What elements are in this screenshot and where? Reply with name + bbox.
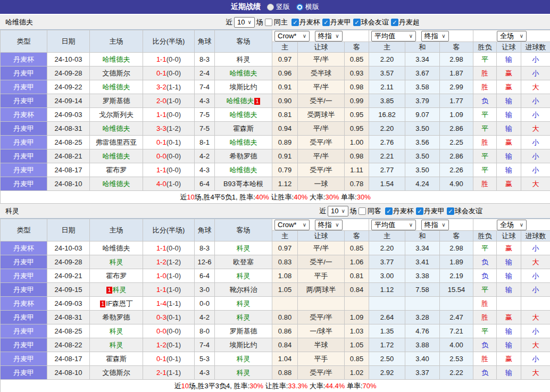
matches-count-select[interactable]: 10 ∨: [328, 206, 348, 216]
team-name-text: 哈维德夫: [103, 83, 130, 91]
halftime-score: (0-0): [166, 69, 181, 77]
scope-select[interactable]: 全场∨: [497, 220, 527, 230]
home-team-cell: 哈维德夫: [90, 241, 143, 255]
league-cell: 丹麦甲: [1, 338, 47, 352]
scope-select[interactable]: 全场∨: [497, 31, 527, 41]
league-checkbox[interactable]: ✓: [416, 207, 423, 215]
result-goals-cell: 小: [521, 241, 550, 255]
league-cell: 丹麦甲: [1, 255, 47, 269]
avg-away-odds-cell: 2.26: [440, 163, 473, 177]
avg-away-odds-cell: 2.86: [440, 122, 473, 136]
same-side-checkbox[interactable]: [265, 19, 272, 26]
crow-away-odds-cell: 0.85: [345, 241, 369, 255]
final-odds-select-2[interactable]: 终指∨: [421, 220, 449, 230]
scope-select-value: 全场: [500, 31, 514, 41]
league-cell: 丹麦甲: [1, 311, 47, 324]
avg-away-odds-cell: 15.54: [440, 283, 473, 297]
radio-vertical-layout[interactable]: [267, 4, 274, 11]
crow-away-odds-cell: 0.93: [345, 66, 369, 80]
final-odds-select[interactable]: 终指∨: [315, 220, 343, 230]
result-handicap-cell: 赢: [497, 136, 521, 149]
score-cell: 0-0(0-0): [143, 149, 195, 163]
fulltime-score: 0-3: [156, 313, 166, 321]
league-checkbox[interactable]: ✓: [322, 19, 330, 26]
fulltime-score: 1-1: [156, 111, 166, 119]
avg-draw-odds-cell: 3.56: [405, 136, 440, 149]
results-table: 类型 日期 主场 比分(半场) 角球 客场 Crow*∨ 终指∨ 平均值∨ 终指…: [0, 219, 550, 392]
avg-home-odds-cell: 2.92: [369, 366, 405, 380]
result-wdl-cell: 平: [473, 108, 497, 122]
summary-row: 近10场,胜3平3负4, 胜率:30% 让胜率:33.3% 大率:44.4% 单…: [1, 380, 550, 392]
crow-away-odds-cell: 0.98: [345, 149, 369, 163]
home-team-cell: 霍森斯: [90, 352, 143, 366]
halftime-score: (0-0): [166, 111, 181, 119]
games-label: 场: [256, 18, 263, 27]
dropdown-chevron-icon: ∨: [409, 222, 413, 228]
score-cell: 1-1(0-0): [143, 53, 195, 66]
home-team-cell: 科灵: [90, 324, 143, 338]
team-name-text: B93哥本哈根: [223, 180, 263, 188]
match-row: 丹麦甲24-08-17霍布罗1-1(0-0)4-3哈维德夫0.79受平/半1.1…: [1, 163, 550, 177]
avg-draw-odds-cell: 3.37: [405, 366, 440, 380]
halftime-score: (0-0): [166, 244, 181, 252]
average-odds-select[interactable]: 平均值∨: [371, 31, 416, 41]
crow-home-odds-cell: 0.83: [272, 255, 298, 269]
away-team-cell: 哈维德夫: [215, 66, 272, 80]
halftime-score: (0-1): [166, 341, 181, 349]
col-header-avg-draw: 和: [405, 42, 440, 53]
team-name-text: 戈尔斯列夫: [99, 111, 134, 119]
final-odds-select[interactable]: 终指∨: [315, 31, 343, 41]
col-header-avg-home: 主: [369, 42, 405, 53]
crow-handicap-cell: 受平/半: [298, 163, 345, 177]
same-side-checkbox[interactable]: [359, 207, 366, 215]
layout-radio-group: 横版: [296, 2, 319, 12]
league-cell: 丹麦甲: [1, 149, 47, 163]
league-checkbox[interactable]: ✓: [385, 207, 393, 215]
match-row: 丹麦甲24-09-28科灵1-2(1-2)12-6欧登塞0.83受半/一1.06…: [1, 255, 550, 269]
matches-count-select[interactable]: 10 ∨: [234, 17, 255, 28]
avg-away-odds-cell: 1.09: [440, 108, 473, 122]
league-checkbox[interactable]: ✓: [353, 19, 361, 26]
league-cell: 丹麦杯: [1, 241, 47, 255]
home-team-cell: 1科灵: [90, 283, 143, 297]
final-odds-select-value: 终指: [318, 31, 332, 41]
bookmaker-dropdown-group: Crow*∨ 终指∨: [272, 219, 369, 231]
radio-horizontal-layout[interactable]: [296, 4, 303, 11]
dropdown-chevron-icon: ∨: [520, 222, 523, 228]
avg-away-odds-cell: 2.25: [440, 136, 473, 149]
crow-away-odds-cell: 0.99: [345, 94, 369, 108]
crow-home-odds-cell: 0.89: [272, 136, 298, 149]
fulltime-score: 1-1: [156, 166, 166, 174]
team-name-text: 霍布罗: [106, 166, 127, 174]
summary-segment: 让胜率:: [263, 382, 288, 390]
crow-handicap-cell: 两/两球半: [298, 283, 345, 297]
crow-home-odds-cell: 0.80: [272, 311, 298, 324]
final-odds-select-2[interactable]: 终指∨: [421, 31, 449, 41]
result-wdl-cell: 胜: [473, 80, 497, 94]
fulltime-score: 1-1: [156, 244, 166, 252]
halftime-score: (1-0): [166, 180, 181, 188]
avg-home-odds-cell: 3.57: [369, 66, 405, 80]
result-wdl-cell: 胜: [473, 66, 497, 80]
avg-draw-odds-cell: 4.76: [405, 324, 440, 338]
league-checkbox[interactable]: ✓: [447, 207, 454, 215]
corner-cell: 7-5: [195, 122, 215, 136]
league-checkbox[interactable]: ✓: [291, 19, 299, 26]
average-odds-select[interactable]: 平均值∨: [371, 220, 416, 230]
bookmaker-select[interactable]: Crow*∨: [274, 220, 310, 230]
bookmaker-select[interactable]: Crow*∨: [274, 31, 310, 41]
col-header-crow-away: 客: [345, 231, 369, 241]
date-cell: 24-09-28: [47, 255, 90, 269]
result-goals-cell: 小: [521, 66, 550, 80]
avg-home-odds-cell: 3.85: [369, 94, 405, 108]
halftime-score: (0-0): [166, 166, 181, 174]
league-checkbox[interactable]: ✓: [391, 19, 398, 26]
away-team-cell: 希勒罗德: [215, 149, 272, 163]
match-row: 丹麦甲24-08-10哈维德夫4-0(1-0)6-4B93哥本哈根1.12一球0…: [1, 177, 550, 191]
league-cell: 丹麦甲: [1, 283, 47, 297]
col-header-avg-away: 客: [440, 42, 473, 53]
summary-segment: 30%: [249, 382, 263, 390]
match-row: 丹麦甲24-08-25科灵0-0(0-0)8-0罗斯基德0.86一/球半1.03…: [1, 324, 550, 338]
col-header-avg-draw: 和: [405, 231, 440, 241]
dropdown-chevron-icon: ∨: [409, 33, 413, 39]
